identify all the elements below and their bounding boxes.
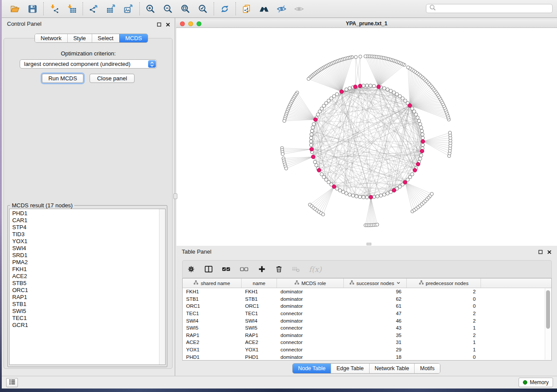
tab-edge-table[interactable]: Edge Table [331, 364, 369, 373]
bottom-splitter-handle[interactable] [367, 243, 371, 245]
select-all-rows-icon[interactable] [222, 264, 231, 275]
column-tree-icon [294, 280, 299, 286]
export-network-icon[interactable] [88, 3, 100, 15]
open-session-icon[interactable] [9, 3, 21, 15]
search-box[interactable] [426, 4, 553, 13]
zoom-in-icon[interactable] [145, 3, 156, 15]
column-header-successor-nodes[interactable]: successor nodes [344, 279, 407, 288]
table-cell: TEC1 [183, 310, 242, 317]
first-neighbors-icon[interactable] [258, 3, 270, 15]
mcds-result-item[interactable]: GCR1 [10, 322, 165, 329]
delete-column-icon[interactable] [275, 264, 283, 275]
criterion-dropdown[interactable]: largest connected component (undirected) [20, 59, 157, 69]
table-row[interactable]: PHD1PHD1dominator180 [183, 353, 551, 361]
mcds-list-scrollbar[interactable] [159, 209, 165, 364]
close-panel-button[interactable]: Close panel [90, 74, 135, 83]
table-cell: 62 [344, 296, 407, 303]
table-cell: RAP1 [183, 332, 242, 339]
tab-mcds[interactable]: MCDS [119, 34, 148, 42]
import-table-icon[interactable] [66, 3, 78, 15]
add-column-icon[interactable] [258, 264, 266, 275]
refresh-view-icon[interactable] [219, 3, 231, 15]
memory-button[interactable]: Memory [519, 378, 553, 387]
table-cell: STB1 [242, 296, 277, 303]
mcds-result-item[interactable]: PMA2 [10, 259, 165, 266]
column-header-shared-name[interactable]: shared name [183, 279, 242, 288]
table-cell: SWI5 [242, 324, 277, 332]
task-history-button[interactable] [6, 378, 18, 387]
column-header-filler [481, 279, 551, 288]
mcds-result-item[interactable]: FKH1 [10, 266, 165, 273]
tab-network[interactable]: Network [35, 34, 67, 42]
search-input[interactable] [436, 5, 552, 13]
mcds-result-item[interactable]: STB5 [10, 280, 165, 287]
table-cell: dominator [277, 332, 344, 339]
float-panel-icon[interactable] [157, 21, 162, 29]
mcds-result-item[interactable]: STP4 [10, 224, 165, 231]
run-mcds-button[interactable]: Run MCDS [42, 74, 83, 83]
network-graph[interactable] [176, 28, 557, 246]
mcds-result-item[interactable]: RAP1 [10, 294, 165, 301]
close-panel-icon[interactable] [166, 21, 170, 29]
mcds-result-item[interactable]: TID3 [10, 231, 165, 238]
table-scrollbar-thumb[interactable] [546, 290, 550, 329]
table-cell: 2 [407, 332, 481, 339]
table-mode-gear-icon[interactable] [187, 264, 195, 275]
optimization-criterion-label: Optimization criterion: [2, 50, 175, 57]
table-row[interactable]: TEC1TEC1connector472 [183, 310, 551, 317]
new-network-from-selection-icon[interactable] [241, 3, 253, 15]
table-cell: 2 [407, 310, 481, 317]
mcds-result-item[interactable]: ACE2 [10, 273, 165, 280]
column-header-MCDS-role[interactable]: MCDS role [277, 279, 344, 288]
float-panel-icon[interactable] [538, 248, 543, 256]
table-row[interactable]: YOX1YOX1connector291 [183, 346, 551, 354]
zoom-selected-icon[interactable] [197, 3, 209, 15]
table-cell: connector [277, 324, 344, 332]
show-columns-icon[interactable] [204, 264, 213, 275]
zoom-out-icon[interactable] [162, 3, 174, 15]
column-header-name[interactable]: name [242, 279, 277, 288]
export-image-icon[interactable] [123, 3, 135, 15]
mcds-result-list[interactable]: PHD1CAR1STP4TID3YOX1SWI4SRD1PMA2FKH1ACE2… [9, 209, 166, 365]
tab-style[interactable]: Style [67, 34, 92, 42]
mcds-result-item[interactable]: PHD1 [10, 209, 165, 217]
tab-motifs[interactable]: Motifs [414, 364, 439, 373]
mcds-result-item[interactable]: SRD1 [10, 252, 165, 259]
import-network-icon[interactable] [48, 3, 60, 15]
mcds-result-item[interactable]: YOX1 [10, 238, 165, 245]
export-table-icon[interactable] [105, 3, 117, 15]
zoom-fit-icon[interactable] [180, 3, 191, 15]
table-scrollbar[interactable] [545, 288, 551, 360]
table-row[interactable]: SWI5SWI5connector431 [183, 324, 551, 332]
table-row[interactable]: FKH1FKH1dominator962 [183, 288, 551, 296]
column-label: name [253, 281, 266, 286]
panel-splitter-handle[interactable] [173, 193, 177, 199]
mcds-result-item[interactable]: CAR1 [10, 217, 165, 224]
tab-node-table[interactable]: Node Table [293, 364, 331, 373]
table-row[interactable]: ORC1ORC1dominator610 [183, 303, 551, 310]
table-cell: SWI5 [183, 324, 242, 332]
hide-selected-icon[interactable] [276, 3, 287, 15]
tab-select[interactable]: Select [92, 34, 119, 42]
column-header-predecessor-nodes[interactable]: predecessor nodes [407, 279, 481, 288]
deselect-all-rows-icon[interactable] [240, 264, 249, 275]
close-panel-icon[interactable] [547, 248, 552, 256]
mcds-result-item[interactable]: SWI5 [10, 308, 165, 315]
mcds-result-item[interactable]: SWI4 [10, 245, 165, 252]
tab-network-table[interactable]: Network Table [369, 364, 415, 373]
mcds-result-item[interactable]: TEC1 [10, 315, 165, 322]
network-canvas[interactable] [176, 28, 557, 246]
column-label: predecessor nodes [426, 281, 469, 286]
table-row[interactable]: SWI4SWI4dominator462 [183, 317, 551, 324]
table-row[interactable]: ACE2ACE2connector311 [183, 339, 551, 346]
table-panel-title: Table Panel [182, 248, 211, 255]
save-session-icon[interactable] [27, 3, 38, 15]
table-cell: ACE2 [242, 339, 277, 346]
table-row[interactable]: RAP1RAP1dominator352 [183, 332, 551, 339]
table-cell: 18 [344, 353, 407, 361]
mcds-result-item[interactable]: ORC1 [10, 287, 165, 294]
mcds-result-item[interactable]: STB1 [10, 301, 165, 308]
table-cell: 31 [344, 339, 407, 346]
table-row[interactable]: STB1STB1dominator620 [183, 296, 551, 303]
column-tree-icon [194, 280, 198, 286]
